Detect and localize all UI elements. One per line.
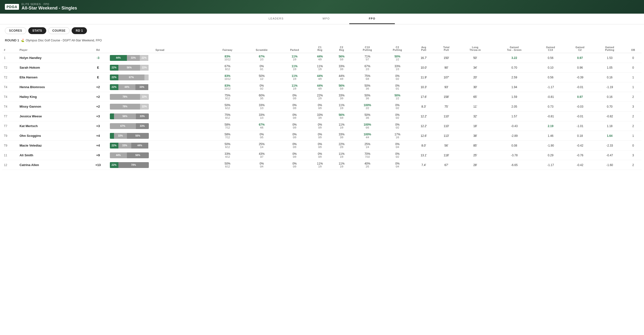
cell-gainedc2: 0.97	[565, 92, 595, 102]
pdga-logo: PDGA	[5, 4, 19, 10]
cell-c1xputting: 100%2/2	[352, 102, 382, 111]
col-c2putting: C2Putting	[382, 44, 412, 53]
spread-segment: 44%	[131, 143, 148, 148]
cell-ob: 1	[625, 131, 642, 141]
cell-player: Catrina Allen	[18, 160, 88, 170]
cell-c2putting: 0%0/2	[382, 72, 412, 82]
course-button[interactable]: COURSE	[48, 27, 70, 34]
cell-avgputt: 10.3'	[412, 82, 435, 92]
cell-c2reg: 56%5/9	[331, 53, 352, 63]
tab-fpo[interactable]: FPO	[349, 14, 395, 24]
cell-totalputt: 158'	[435, 92, 458, 102]
cell-gainedputting: 1.05	[595, 63, 625, 72]
cell-ob: 2	[625, 92, 642, 102]
cell-gainedputting: 0.16	[595, 92, 625, 102]
cell-c1reg: 44%4/9	[309, 53, 331, 63]
cell-fairway: 50%6/12	[212, 102, 243, 111]
cell-totalputt: 75'	[435, 102, 458, 111]
cell-c2reg: 33%3/9	[331, 63, 352, 72]
cell-avgputt: 8.0'	[412, 141, 435, 150]
spread-segment: 44%	[110, 55, 127, 61]
cell-spread: 22%33%44%	[108, 141, 212, 150]
cell-gainedtee: 2.05	[493, 102, 536, 111]
col-spread: Spread	[108, 44, 212, 53]
cell-longthrowin: 32'	[458, 111, 493, 121]
stats-button[interactable]: STATS	[28, 27, 46, 34]
cell-fairway: 33%4/12	[212, 150, 243, 160]
course-name: Olympus Disc Golf Course - DGPT All-Star…	[26, 39, 102, 42]
cell-player: Missy Gannon	[18, 102, 88, 111]
series-label: ELITE SERIES · FPO	[22, 3, 77, 5]
cell-parked: 0%0/9	[280, 131, 309, 141]
cell-c1reg: 11%1/9	[309, 63, 331, 72]
rd1-button[interactable]: RD 1	[72, 27, 87, 34]
toolbar: SCORES STATS COURSE RD 1	[0, 24, 644, 37]
cell-gainedc1x: 0.73	[536, 102, 565, 111]
cell-avgputt: 16.7'	[412, 53, 435, 63]
cell-avgputt: 7.4'	[412, 160, 435, 170]
cell-totalputt: 110'	[435, 121, 458, 131]
cell-gainedc2: 0.96	[565, 63, 595, 72]
cell-gainedc2: -1.01	[565, 121, 595, 131]
cell-longthrowin: 18'	[458, 121, 493, 131]
cell-gainedc2: 0.97	[565, 53, 595, 63]
cell-parked: 11%1/9	[280, 53, 309, 63]
cell-longthrowin: 25'	[458, 150, 493, 160]
stats-table-wrap: # Player Rd Spread Fairway Scramble Park…	[0, 44, 644, 170]
cell-c1xputting: 50%3/6	[352, 92, 382, 102]
cell-c2reg: 11%1/9	[331, 121, 352, 131]
cell-gainedc2: -0.01	[565, 111, 595, 121]
cell-longthrowin: 65'	[458, 92, 493, 102]
cell-gainedc1x: 0.56	[536, 53, 565, 63]
cell-player: Sarah Hokom	[18, 63, 88, 72]
spread-segment: 33%	[118, 143, 131, 148]
cell-rank: T9	[2, 141, 18, 150]
cell-scramble: 33%1/3	[243, 111, 280, 121]
cell-gainedputting: 0.16	[595, 72, 625, 82]
cell-totalputt: 90'	[435, 63, 458, 72]
cell-longthrowin: 11'	[458, 102, 493, 111]
cell-rd: +2	[88, 82, 108, 92]
cell-parked: 0%0/9	[280, 121, 309, 131]
spread-segment: 44%	[118, 84, 136, 90]
cell-ob: 0	[625, 63, 642, 72]
tab-leaders[interactable]: LEADERS	[249, 14, 303, 24]
col-rank: #	[2, 44, 18, 53]
cell-avgputt: 12.2'	[412, 111, 435, 121]
cell-parked: 0%0/9	[280, 92, 309, 102]
cell-gainedputting: 1.18	[595, 121, 625, 131]
cell-c1reg: 0%0/9	[309, 131, 331, 141]
table-row: T4Hailey King+278%22%75%9/1260%3/50%0/92…	[2, 92, 642, 102]
cell-gainedc1x: -1.17	[536, 160, 565, 170]
cell-parked: 11%1/9	[280, 63, 309, 72]
scores-button[interactable]: SCORES	[5, 27, 26, 34]
col-c2reg: C2Reg	[331, 44, 352, 53]
cell-c2putting: 17%1/6	[382, 131, 412, 141]
cell-totalputt: 150'	[435, 53, 458, 63]
cell-c2putting: 33%1/3	[382, 63, 412, 72]
cell-gainedc1x: -0.81	[536, 111, 565, 121]
tab-mpo[interactable]: MPO	[303, 14, 350, 24]
cell-spread: 78%22%	[108, 92, 212, 102]
spread-segment: 33%	[136, 123, 149, 129]
table-row: T4Henna Blomroos+222%44%33%83%10/120%0/2…	[2, 82, 642, 92]
spread-segment: 22%	[140, 55, 148, 61]
stats-table: # Player Rd Spread Fairway Scramble Park…	[2, 44, 642, 170]
cell-gainedtee: 2.59	[493, 72, 536, 82]
cell-ob: 2	[625, 121, 642, 131]
cell-rd: +9	[88, 150, 108, 160]
cell-spread: 56%33%	[108, 111, 212, 121]
col-player: Player	[18, 44, 88, 53]
cell-longthrowin: 38'	[458, 131, 493, 141]
cell-rd: E	[88, 63, 108, 72]
spread-segment: 33%	[127, 55, 140, 61]
col-rd: Rd	[88, 44, 108, 53]
event-title: All-Star Weekend - Singles	[22, 5, 77, 11]
cell-scramble: 50%1/2	[243, 72, 280, 82]
cell-gainedputting: -1.19	[595, 82, 625, 92]
cell-gainedputting: -0.82	[595, 111, 625, 121]
cell-gainedputting: -0.47	[595, 150, 625, 160]
cell-gainedtee: 1.94	[493, 82, 536, 92]
cell-avgputt: 12.2'	[412, 121, 435, 131]
cell-spread: 78%22%	[108, 102, 212, 111]
